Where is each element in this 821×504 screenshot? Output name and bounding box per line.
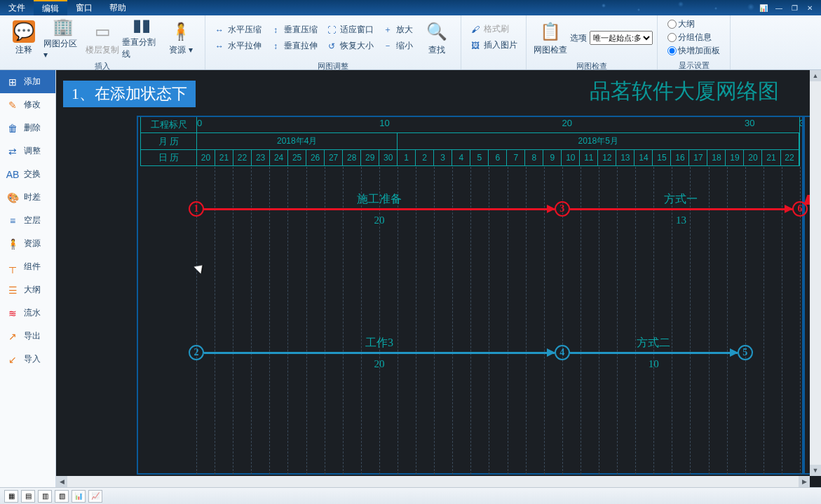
- grid-zone-btn[interactable]: 🏢网图分区 ▾: [43, 17, 83, 59]
- flow-btn[interactable]: ≋流水: [0, 301, 55, 325]
- insert-image-btn[interactable]: 🖼插入图片: [468, 39, 519, 52]
- footer-chart2[interactable]: 📈: [88, 490, 102, 503]
- day-cell: 8: [525, 150, 543, 165]
- menu-help[interactable]: 帮助: [101, 0, 135, 15]
- scale-mark: 10: [379, 118, 389, 128]
- footer-view3[interactable]: ▥: [38, 490, 52, 503]
- component-btn[interactable]: ┬组件: [0, 255, 55, 278]
- day-cell: 21: [762, 150, 780, 165]
- zoom-out-btn-icon: －: [382, 41, 393, 52]
- modify-btn[interactable]: ✎修改: [0, 93, 55, 116]
- find-btn[interactable]: 🔍 查找: [417, 17, 456, 59]
- instruction-box: 1、在添加状态下: [63, 81, 196, 107]
- vsplit-btn[interactable]: ▮▮垂直分割线: [122, 17, 161, 59]
- adjust-btn-icon: ⇄: [7, 146, 18, 157]
- scale-mark: 30: [745, 118, 754, 128]
- exchange-btn[interactable]: AB交换: [0, 163, 55, 186]
- display-radio-快增加面板[interactable]: 快增加面板: [667, 45, 720, 57]
- close-icon[interactable]: ✕: [804, 2, 815, 13]
- node-3[interactable]: 3: [555, 201, 570, 217]
- month-cell: 2018年4月: [197, 133, 398, 149]
- day-cell: 3: [434, 150, 452, 165]
- delete-btn[interactable]: 🗑删除: [0, 116, 55, 139]
- node-1[interactable]: 1: [189, 201, 204, 217]
- outline-btn-icon: ☰: [7, 285, 18, 296]
- task-label: 施工准备: [357, 192, 402, 207]
- day-cell: 20: [744, 150, 762, 165]
- import-btn-icon: ↙: [7, 354, 18, 365]
- resource-side-btn[interactable]: 🧍资源: [0, 232, 55, 255]
- minimize-icon[interactable]: —: [773, 2, 785, 13]
- zoom-in-btn[interactable]: ＋放大: [381, 23, 414, 36]
- scroll-up-icon[interactable]: ▲: [810, 70, 821, 81]
- resource-side-btn-icon: 🧍: [7, 238, 18, 250]
- outline-btn[interactable]: ☰大纲: [0, 278, 55, 301]
- hcompress-btn[interactable]: ↔水平压缩: [212, 23, 263, 36]
- node-5[interactable]: 5: [738, 345, 753, 360]
- footer-view4[interactable]: ▧: [55, 490, 69, 503]
- node-4[interactable]: 4: [555, 345, 570, 360]
- left-toolbar: ⊞添加✎修改🗑删除⇄调整AB交换🎨时差≡空层🧍资源┬组件☰大纲≋流水↗导出↙导入: [0, 70, 56, 487]
- month-row-label: 月 历: [141, 133, 197, 149]
- scroll-right-icon[interactable]: ▶: [799, 476, 810, 487]
- hstretch-btn[interactable]: ↔水平拉伸: [212, 39, 263, 53]
- search-icon: 🔍: [426, 20, 448, 43]
- annotate-btn[interactable]: 💬注释: [4, 17, 43, 59]
- day-row-label: 日 历: [141, 150, 197, 165]
- option-select[interactable]: 唯一起始点:多: [590, 31, 653, 45]
- fit-window-btn[interactable]: ⛶适应窗口: [325, 23, 375, 36]
- component-btn-icon: ┬: [7, 261, 18, 273]
- zoom-out-btn[interactable]: －缩小: [381, 39, 414, 53]
- node-2[interactable]: 2: [189, 345, 204, 360]
- add-btn[interactable]: ⊞添加: [0, 70, 55, 93]
- footer-chart1[interactable]: 📊: [72, 490, 86, 503]
- arrow-方式二[interactable]: [570, 352, 738, 354]
- footer-view2[interactable]: ▤: [21, 490, 35, 503]
- display-radio-大纲[interactable]: 大纲: [667, 18, 720, 30]
- add-btn-icon: ⊞: [7, 76, 18, 88]
- day-cell: 1: [398, 150, 416, 165]
- annotate-btn-icon: 💬: [13, 20, 35, 43]
- delete-btn-icon: 🗑: [7, 123, 18, 134]
- vstretch-btn[interactable]: ↕垂直拉伸: [269, 39, 319, 53]
- adjust-btn[interactable]: ⇄调整: [0, 139, 55, 163]
- scale-mark: 20: [562, 118, 572, 128]
- vcompress-btn[interactable]: ↕垂直压缩: [269, 23, 319, 36]
- canvas-title: 品茗软件大厦网络图: [590, 77, 779, 106]
- restore-icon[interactable]: ❐: [789, 2, 800, 13]
- display-radio-分组信息[interactable]: 分组信息: [667, 32, 720, 43]
- day-cell: 24: [270, 150, 288, 165]
- calc-icon[interactable]: 📊: [758, 2, 769, 13]
- menu-file[interactable]: 文件: [0, 0, 34, 15]
- vertical-scrollbar[interactable]: ▲ ▼: [810, 70, 821, 476]
- day-cell: 22: [233, 150, 252, 165]
- menu-edit[interactable]: 编辑: [34, 0, 67, 15]
- restore-size-btn[interactable]: ↺恢复大小: [325, 39, 375, 53]
- resource-btn-icon: 🧍: [170, 20, 192, 43]
- day-cell: 16: [671, 150, 689, 165]
- export-btn[interactable]: ↗导出: [0, 325, 55, 348]
- day-cell: 12: [598, 150, 616, 165]
- timediff-btn[interactable]: 🎨时差: [0, 186, 55, 209]
- task-label: 方式二: [637, 336, 670, 350]
- arrow-施工准备[interactable]: [204, 208, 555, 210]
- day-cell: 5: [470, 150, 489, 165]
- resource-btn[interactable]: 🧍资源 ▾: [161, 17, 201, 59]
- scroll-left-icon[interactable]: ◀: [56, 476, 67, 487]
- day-cell: 20: [197, 150, 215, 165]
- day-cell: 23: [252, 150, 270, 165]
- day-cell: 18: [707, 150, 726, 165]
- import-btn[interactable]: ↙导入: [0, 348, 55, 371]
- export-btn-icon: ↗: [7, 331, 18, 342]
- horizontal-scrollbar[interactable]: ◀ ▶: [56, 476, 810, 487]
- arrow-工作3[interactable]: [204, 352, 555, 354]
- empty-layer-btn[interactable]: ≡空层: [0, 209, 55, 232]
- floor-copy-btn-icon: ▭: [91, 20, 114, 43]
- day-cell: 10: [562, 150, 580, 165]
- menu-window[interactable]: 窗口: [67, 0, 101, 15]
- check-icon: 📋: [539, 20, 562, 43]
- scroll-down-icon[interactable]: ▼: [810, 465, 821, 476]
- footer-view1[interactable]: ▦: [4, 490, 18, 503]
- arrow-方式一[interactable]: [570, 208, 792, 210]
- net-check-btn[interactable]: 📋 网图检查: [531, 17, 570, 59]
